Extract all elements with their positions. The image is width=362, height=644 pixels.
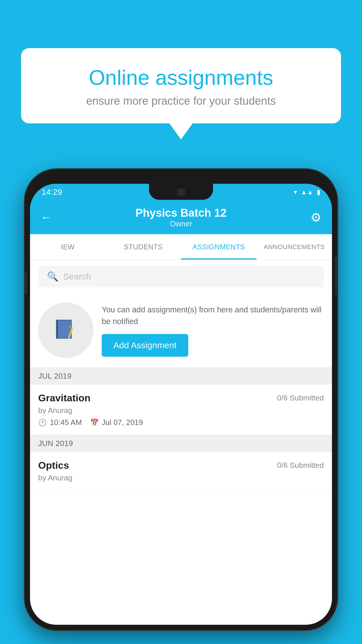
- assignment-submitted: 0/6 Submitted: [277, 393, 324, 402]
- notebook-icon: [53, 317, 79, 343]
- assignment-date: 📅 Jul 07, 2019: [90, 418, 143, 427]
- back-button[interactable]: ←: [41, 211, 52, 224]
- assignment-name: Gravitation: [38, 392, 90, 404]
- promo-right: You can add assignment(s) from here and …: [102, 304, 324, 357]
- phone-notch: [149, 184, 213, 200]
- settings-icon[interactable]: ⚙: [310, 210, 321, 225]
- assignment-date-value: Jul 07, 2019: [102, 418, 143, 427]
- svg-rect-4: [57, 326, 58, 328]
- speech-bubble-title: Online assignments: [41, 66, 321, 90]
- assignment-name-2: Optics: [38, 460, 69, 471]
- assignment-time: 🕐 10:45 AM: [38, 418, 82, 427]
- assignment-by: by Anurag: [38, 406, 324, 415]
- wifi-icon: ▾: [294, 188, 297, 196]
- phone-side-button-right: [335, 257, 337, 295]
- header-center: Physics Batch 12 Owner: [52, 207, 310, 228]
- signal-icon: ▲▲: [301, 188, 313, 196]
- header-subtitle: Owner: [52, 219, 310, 228]
- tab-announcements[interactable]: ANNOUNCEMENTS: [256, 234, 332, 260]
- month-header-jun: JUN 2019: [30, 435, 332, 452]
- assignment-submitted-2: 0/6 Submitted: [277, 461, 324, 470]
- tabs-bar: IEW STUDENTS ASSIGNMENTS ANNOUNCEMENTS: [30, 234, 332, 260]
- phone-side-button-left: [25, 271, 27, 295]
- status-icons: ▾ ▲▲ ▮: [294, 188, 320, 196]
- speech-bubble-wrapper: Online assignments ensure more practice …: [21, 48, 341, 139]
- search-input[interactable]: 🔍 Search: [38, 266, 324, 287]
- table-row[interactable]: Optics 0/6 Submitted by Anurag: [30, 452, 332, 493]
- add-assignment-button[interactable]: Add Assignment: [102, 334, 188, 357]
- calendar-icon: 📅: [90, 419, 99, 427]
- status-time: 14:29: [42, 188, 62, 197]
- table-row[interactable]: Gravitation 0/6 Submitted by Anurag 🕐 10…: [30, 385, 332, 435]
- header-title: Physics Batch 12: [52, 207, 310, 219]
- assignment-row-top-2: Optics 0/6 Submitted: [38, 460, 324, 471]
- phone-screen: 14:29 ▾ ▲▲ ▮ ← Physics Batch 12 Owner ⚙ …: [30, 184, 332, 625]
- speech-bubble: Online assignments ensure more practice …: [21, 48, 341, 123]
- promo-icon-circle: [38, 302, 94, 358]
- assignment-by-2: by Anurag: [38, 473, 324, 482]
- battery-icon: ▮: [317, 188, 320, 196]
- phone-frame: 14:29 ▾ ▲▲ ▮ ← Physics Batch 12 Owner ⚙ …: [25, 169, 337, 630]
- assignment-row-top: Gravitation 0/6 Submitted: [38, 392, 324, 404]
- assignment-meta: 🕐 10:45 AM 📅 Jul 07, 2019: [38, 418, 324, 427]
- search-placeholder: Search: [63, 272, 91, 281]
- app-header: ← Physics Batch 12 Owner ⚙: [30, 201, 332, 234]
- assignment-time-value: 10:45 AM: [50, 418, 82, 427]
- tab-iew[interactable]: IEW: [30, 234, 106, 260]
- speech-bubble-subtitle: ensure more practice for your students: [41, 95, 321, 107]
- phone-camera: [177, 188, 185, 196]
- content-area: 🔍 Search: [30, 260, 332, 493]
- month-header-jul: JUL 2019: [30, 368, 332, 385]
- tab-assignments[interactable]: ASSIGNMENTS: [181, 234, 256, 260]
- speech-bubble-arrow: [169, 123, 193, 139]
- svg-rect-5: [57, 330, 58, 332]
- add-assignment-promo: You can add assignment(s) from here and …: [30, 293, 332, 368]
- search-icon: 🔍: [47, 271, 59, 282]
- svg-rect-3: [57, 322, 58, 324]
- clock-icon: 🕐: [38, 419, 47, 427]
- search-container: 🔍 Search: [30, 260, 332, 293]
- promo-text: You can add assignment(s) from here and …: [102, 304, 324, 328]
- tab-students[interactable]: STUDENTS: [106, 234, 181, 260]
- svg-rect-1: [58, 321, 71, 338]
